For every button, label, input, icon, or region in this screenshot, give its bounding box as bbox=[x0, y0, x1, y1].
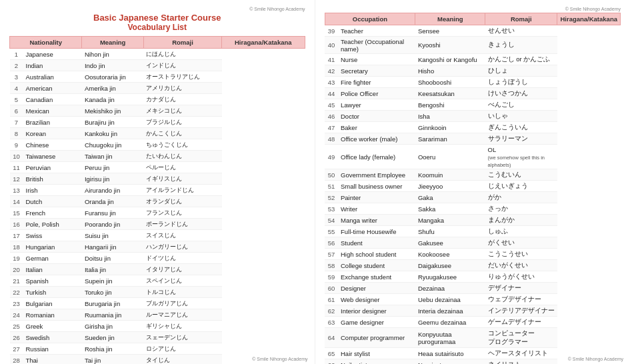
row-romaji: Neerisuto bbox=[415, 359, 485, 365]
row-romaji: Dezainaa bbox=[415, 283, 485, 294]
row-meaning: Thai bbox=[23, 355, 82, 365]
table-row: 59 Exchange student Ryuugakusee りゅうがくせい bbox=[325, 271, 621, 283]
table-row: 14 Dutch Oranda jin オランダじん bbox=[10, 196, 305, 207]
row-romaji: Mangaka bbox=[415, 215, 485, 226]
table-row: 62 Interior designer Interia dezainaa イン… bbox=[325, 305, 621, 317]
row-hiragana: ぎんこういん bbox=[485, 122, 557, 133]
row-number: 1 bbox=[10, 49, 23, 60]
table-row: 42 Secretary Hisho ひしょ bbox=[325, 65, 621, 77]
row-number: 6 bbox=[10, 105, 23, 117]
row-meaning: Italian bbox=[23, 264, 82, 275]
col-romaji-header: Romaji bbox=[143, 37, 221, 49]
table-row: 43 Fire fighter Shoobooshi しょうぼうし bbox=[325, 77, 621, 88]
row-meaning: Doctor bbox=[338, 111, 415, 122]
row-hiragana: こうこうせい bbox=[485, 249, 557, 260]
row-number: 39 bbox=[325, 25, 338, 37]
row-meaning: Turkish bbox=[23, 287, 82, 298]
row-meaning: Indian bbox=[23, 60, 82, 71]
row-meaning: Taiwanese bbox=[23, 151, 82, 162]
row-number: 47 bbox=[325, 122, 338, 133]
row-number: 61 bbox=[325, 294, 338, 305]
row-meaning: Swiss bbox=[23, 230, 82, 241]
row-hiragana: まんがか bbox=[485, 215, 557, 226]
row-meaning: Writer bbox=[338, 203, 415, 215]
row-number: 18 bbox=[10, 241, 23, 253]
row-romaji: Furansu jin bbox=[82, 207, 144, 219]
row-hiragana: スイスじん bbox=[143, 230, 221, 241]
col-hiragana-header-r: Hiragana/Katakana bbox=[557, 13, 621, 25]
table-row: 16 Pole, Polish Poorando jin ポーランドじん bbox=[10, 219, 305, 230]
table-row: 22 Turkish Toruko jin トルコじん bbox=[10, 287, 305, 298]
row-meaning: Greek bbox=[23, 321, 82, 332]
table-row: 40 Teacher (Occupational name) Kyooshi き… bbox=[325, 37, 621, 54]
table-row: 2 Indian Indo jin インドじん bbox=[10, 60, 305, 71]
row-meaning: Nurse bbox=[338, 54, 415, 65]
row-meaning: Teacher (Occupational name) bbox=[338, 37, 415, 54]
row-hiragana: きょうし bbox=[485, 37, 557, 54]
row-romaji: Girisha jin bbox=[82, 321, 144, 332]
table-row: 47 Baker Ginnkooin ぎんこういん bbox=[325, 122, 621, 133]
row-number: 49 bbox=[325, 145, 338, 169]
col-nationality-header: Nationality bbox=[10, 37, 82, 49]
row-number: 13 bbox=[10, 185, 23, 196]
row-number: 27 bbox=[10, 343, 23, 355]
row-romaji: Kyooshi bbox=[415, 37, 485, 54]
row-hiragana: いしゃ bbox=[485, 111, 557, 122]
row-hiragana: ブラジルじん bbox=[143, 117, 221, 128]
row-romaji: Koomuin bbox=[415, 169, 485, 181]
row-number: 23 bbox=[10, 298, 23, 309]
row-hiragana: じえいぎょう bbox=[485, 181, 557, 192]
row-romaji: Shoobooshi bbox=[415, 77, 485, 88]
left-footer-credit: © Smile Nihongo Academy bbox=[252, 357, 307, 361]
row-meaning: Game designer bbox=[338, 317, 415, 328]
row-meaning: Russian bbox=[23, 343, 82, 355]
row-number: 58 bbox=[325, 260, 338, 271]
row-romaji: Shufu bbox=[415, 226, 485, 237]
row-hiragana: ペルーじん bbox=[143, 162, 221, 173]
table-row: 54 Manga writer Mangaka まんがか bbox=[325, 215, 621, 226]
row-number: 63 bbox=[325, 317, 338, 328]
row-romaji: Oosutoraria jin bbox=[82, 71, 144, 83]
title-sub: Vocabulary List bbox=[9, 23, 305, 32]
row-meaning: Full-time Housewife bbox=[338, 226, 415, 237]
row-number: 53 bbox=[325, 203, 338, 215]
row-meaning: British bbox=[23, 173, 82, 185]
table-row: 49 Office lady (female) Ooeru OL(we some… bbox=[325, 145, 621, 169]
row-hiragana: サラリーマン bbox=[485, 133, 557, 145]
row-number: 66 bbox=[325, 359, 338, 365]
row-number: 3 bbox=[10, 71, 23, 83]
row-hiragana: ネイリスト bbox=[485, 359, 557, 365]
row-romaji: Daigakusee bbox=[415, 260, 485, 271]
col-meaning-header: Meaning bbox=[82, 37, 144, 49]
row-hiragana: がくせい bbox=[485, 237, 557, 249]
row-hiragana: べんごし bbox=[485, 99, 557, 111]
row-romaji: Indo jin bbox=[82, 60, 144, 71]
row-meaning: Small business owner bbox=[338, 181, 415, 192]
col-occupation-header: Occupation bbox=[325, 13, 415, 25]
row-number: 65 bbox=[325, 348, 338, 359]
row-number: 43 bbox=[325, 77, 338, 88]
row-romaji: Suisu jin bbox=[82, 230, 144, 241]
row-hiragana: カナダじん bbox=[143, 94, 221, 105]
row-romaji: Bengoshi bbox=[415, 99, 485, 111]
row-meaning: Student bbox=[338, 237, 415, 249]
table-row: 45 Lawyer Bengoshi べんごし bbox=[325, 99, 621, 111]
row-number: 22 bbox=[10, 287, 23, 298]
row-meaning: Mexican bbox=[23, 105, 82, 117]
row-number: 21 bbox=[10, 275, 23, 287]
row-number: 17 bbox=[10, 230, 23, 241]
row-number: 50 bbox=[325, 169, 338, 181]
row-hiragana: OL(we somehow spell this in alphabets) bbox=[485, 145, 557, 169]
row-romaji: Burajiru jin bbox=[82, 117, 144, 128]
table-row: 44 Police Officer Keesatsukan けいさつかん bbox=[325, 88, 621, 99]
row-meaning: Australian bbox=[23, 71, 82, 83]
row-meaning: Secretary bbox=[338, 65, 415, 77]
row-number: 64 bbox=[325, 328, 338, 348]
row-romaji: Hisho bbox=[415, 65, 485, 77]
table-row: 39 Teacher Sensee せんせい bbox=[325, 25, 621, 37]
row-romaji: Ruumania jin bbox=[82, 309, 144, 321]
table-row: 51 Small business owner Jieeyyoo じえいぎょう bbox=[325, 181, 621, 192]
row-meaning: Fire fighter bbox=[338, 77, 415, 88]
table-row: 5 Canadian Kanada jin カナダじん bbox=[10, 94, 305, 105]
row-meaning: Irish bbox=[23, 185, 82, 196]
